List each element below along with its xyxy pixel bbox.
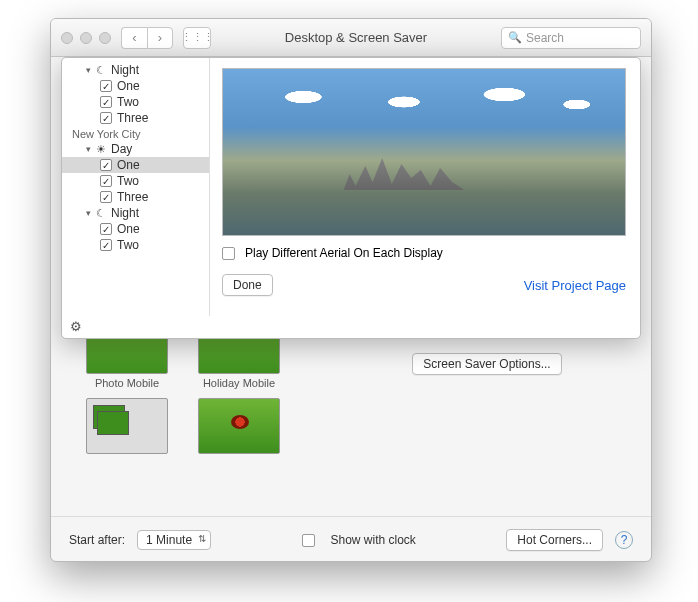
sun-icon: ☀	[96, 143, 106, 156]
show-clock-checkbox[interactable]	[302, 534, 315, 547]
show-clock-label: Show with clock	[331, 533, 416, 547]
tree-item-label: One	[117, 79, 140, 93]
tree-item[interactable]: ✓One	[62, 157, 209, 173]
tree-item[interactable]: ✓Two	[62, 237, 209, 253]
thumb-image	[198, 398, 280, 454]
tree-section: New York City	[62, 127, 209, 141]
skyline-decoration	[344, 150, 465, 190]
disclosure-icon[interactable]: ▾	[86, 65, 91, 75]
location-tree[interactable]: ▾☾Night✓One✓Two✓ThreeNew York City▾☀Day✓…	[62, 58, 210, 316]
back-button[interactable]: ‹	[121, 27, 147, 49]
tree-group[interactable]: ▾☀Day	[62, 141, 209, 157]
clouds-decoration	[223, 77, 625, 127]
minimize-icon[interactable]	[80, 32, 92, 44]
thumb-image	[86, 398, 168, 454]
zoom-icon[interactable]	[99, 32, 111, 44]
disclosure-icon[interactable]: ▾	[86, 208, 91, 218]
tree-item-checkbox[interactable]: ✓	[100, 191, 112, 203]
screensaver-options-button[interactable]: Screen Saver Options...	[412, 353, 561, 375]
tree-item[interactable]: ✓Two	[62, 173, 209, 189]
forward-button[interactable]: ›	[147, 27, 173, 49]
show-all-button[interactable]: ⋮⋮⋮	[183, 27, 211, 49]
tree-item-checkbox[interactable]: ✓	[100, 239, 112, 251]
preview-image	[222, 68, 626, 236]
tree-item-label: Two	[117, 174, 139, 188]
tree-item[interactable]: ✓Three	[62, 110, 209, 126]
start-after-select[interactable]: 1 Minute	[137, 530, 211, 550]
thumb-label: Holiday Mobile	[195, 377, 283, 389]
search-icon: 🔍	[508, 31, 522, 44]
thumb-row-2	[65, 393, 637, 457]
search-input[interactable]: 🔍 Search	[501, 27, 641, 49]
help-button[interactable]: ?	[615, 531, 633, 549]
play-different-label: Play Different Aerial On Each Display	[245, 246, 443, 260]
play-different-row: Play Different Aerial On Each Display	[222, 246, 626, 260]
bottom-controls: Start after: 1 Minute Show with clock Ho…	[51, 516, 651, 551]
tree-item-checkbox[interactable]: ✓	[100, 96, 112, 108]
tree-item-label: Three	[117, 190, 148, 204]
thumb-label: Photo Mobile	[83, 377, 171, 389]
tree-item-checkbox[interactable]: ✓	[100, 175, 112, 187]
disclosure-icon[interactable]: ▾	[86, 144, 91, 154]
moon-icon: ☾	[96, 207, 106, 220]
tree-item[interactable]: ✓Three	[62, 189, 209, 205]
aerial-popover: ▾☾Night✓One✓Two✓ThreeNew York City▾☀Day✓…	[61, 57, 641, 339]
done-bar: Done Visit Project Page	[222, 274, 626, 296]
hot-corners-button[interactable]: Hot Corners...	[506, 529, 603, 551]
traffic-lights	[61, 32, 111, 44]
visit-project-link[interactable]: Visit Project Page	[524, 278, 626, 293]
tree-group[interactable]: ▾☾Night	[62, 205, 209, 221]
tree-item-label: Two	[117, 95, 139, 109]
titlebar: ‹ › ⋮⋮⋮ Desktop & Screen Saver 🔍 Search	[51, 19, 651, 57]
tree-group[interactable]: ▾☾Night	[62, 62, 209, 78]
gear-icon[interactable]: ⚙	[70, 319, 82, 334]
start-after-label: Start after:	[69, 533, 125, 547]
tree-group-label: Day	[111, 142, 132, 156]
thumb-holiday-mobile[interactable]	[195, 393, 283, 457]
screensaver-grid-area: Shifting Tiles Photo Mobile Sliding Pane…	[51, 301, 651, 561]
done-button[interactable]: Done	[222, 274, 273, 296]
window-title: Desktop & Screen Saver	[221, 30, 491, 45]
play-different-checkbox[interactable]	[222, 247, 235, 260]
tree-item[interactable]: ✓Two	[62, 94, 209, 110]
tree-item-label: One	[117, 222, 140, 236]
tree-item-label: Two	[117, 238, 139, 252]
tree-group-label: Night	[111, 63, 139, 77]
preview-area: Play Different Aerial On Each Display Do…	[222, 68, 626, 296]
window-body: Shifting Tiles Photo Mobile Sliding Pane…	[51, 57, 651, 561]
options-area: Screen Saver Options...	[337, 353, 637, 375]
tree-item[interactable]: ✓One	[62, 78, 209, 94]
tree-item-label: One	[117, 158, 140, 172]
tree-item-label: Three	[117, 111, 148, 125]
nav-buttons: ‹ ›	[121, 27, 173, 49]
moon-icon: ☾	[96, 64, 106, 77]
tree-group-label: Night	[111, 206, 139, 220]
thumb-photo-mobile[interactable]	[83, 393, 171, 457]
tree-item[interactable]: ✓One	[62, 221, 209, 237]
search-placeholder: Search	[526, 31, 564, 45]
tree-item-checkbox[interactable]: ✓	[100, 223, 112, 235]
prefs-window: ‹ › ⋮⋮⋮ Desktop & Screen Saver 🔍 Search …	[50, 18, 652, 562]
tree-item-checkbox[interactable]: ✓	[100, 159, 112, 171]
close-icon[interactable]	[61, 32, 73, 44]
tree-item-checkbox[interactable]: ✓	[100, 80, 112, 92]
tree-item-checkbox[interactable]: ✓	[100, 112, 112, 124]
